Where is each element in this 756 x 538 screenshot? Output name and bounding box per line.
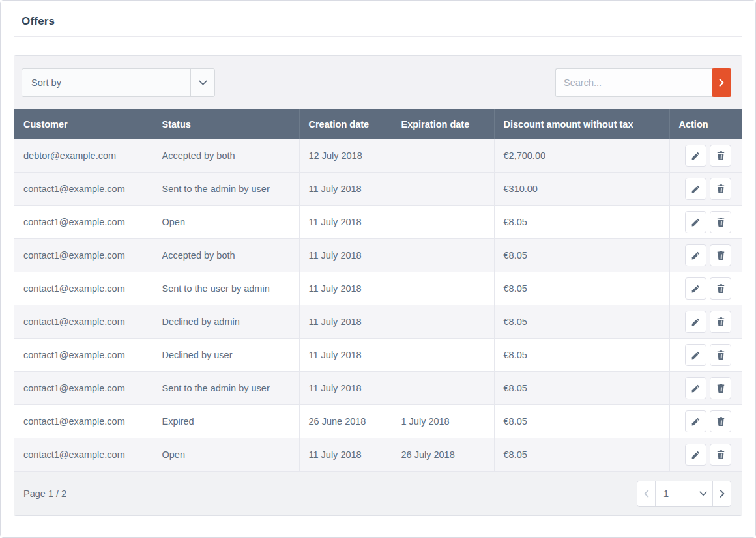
trash-icon: [717, 384, 725, 393]
expiration-date-cell: 1 July 2018: [392, 405, 494, 438]
table-row: contact1@example.com Sent to the user by…: [14, 272, 742, 305]
sort-by-select[interactable]: Sort by: [22, 68, 215, 97]
pencil-icon: [691, 251, 700, 260]
customer-cell: contact1@example.com: [14, 272, 153, 305]
action-cell: [669, 438, 742, 472]
table-row: contact1@example.com Declined by user 11…: [14, 339, 742, 372]
trash-icon: [717, 218, 725, 227]
table-row: contact1@example.com Declined by admin 1…: [14, 305, 742, 339]
edit-offer-button[interactable]: [685, 211, 706, 233]
creation-date-cell: 11 July 2018: [299, 305, 392, 339]
column-header-discount: Discount amount without tax: [494, 109, 669, 139]
edit-offer-button[interactable]: [685, 344, 706, 366]
delete-offer-button[interactable]: [710, 444, 731, 466]
delete-offer-button[interactable]: [710, 344, 731, 366]
toolbar: Sort by: [14, 56, 742, 109]
pencil-icon: [691, 451, 700, 459]
page-header: Offers: [14, 1, 742, 37]
status-cell: Accepted by both: [153, 239, 299, 272]
search-button[interactable]: [712, 68, 731, 97]
next-page-button[interactable]: [712, 481, 731, 506]
creation-date-cell: 11 July 2018: [299, 206, 392, 239]
delete-offer-button[interactable]: [710, 311, 731, 333]
prev-page-button[interactable]: [637, 481, 655, 506]
column-header-status: Status: [153, 109, 299, 139]
discount-cell: €8.05: [494, 239, 669, 272]
creation-date-cell: 12 July 2018: [299, 139, 392, 173]
creation-date-cell: 11 July 2018: [299, 239, 392, 272]
delete-offer-button[interactable]: [710, 145, 731, 167]
action-cell: [669, 339, 742, 372]
expiration-date-cell: 26 July 2018: [392, 438, 494, 472]
page-select-caret[interactable]: [693, 481, 712, 506]
trash-icon: [717, 350, 725, 360]
page-indicator: Page 1 / 2: [23, 488, 66, 499]
pencil-icon: [691, 285, 700, 293]
current-page-value: 1: [663, 488, 669, 499]
pencil-icon: [691, 152, 700, 160]
expiration-date-cell: [392, 305, 494, 339]
edit-offer-button[interactable]: [685, 444, 706, 466]
customer-cell: contact1@example.com: [14, 372, 153, 405]
table-row: contact1@example.com Open 11 July 2018 2…: [14, 438, 742, 472]
edit-offer-button[interactable]: [685, 244, 706, 266]
status-cell: Open: [153, 206, 299, 239]
column-header-creation-date: Creation date: [299, 109, 392, 139]
status-cell: Sent to the admin by user: [153, 173, 299, 206]
column-header-expiration-date: Expiration date: [392, 109, 494, 139]
status-cell: Declined by admin: [153, 305, 299, 339]
action-cell: [669, 206, 742, 239]
table-row: contact1@example.com Accepted by both 11…: [14, 239, 742, 272]
customer-cell: contact1@example.com: [14, 339, 153, 372]
delete-offer-button[interactable]: [710, 211, 731, 233]
creation-date-cell: 11 July 2018: [299, 272, 392, 305]
status-cell: Sent to the admin by user: [153, 372, 299, 405]
status-cell: Sent to the user by admin: [153, 272, 299, 305]
search-input[interactable]: [555, 68, 713, 97]
status-cell: Open: [153, 438, 299, 472]
discount-cell: €310.00: [494, 173, 669, 206]
action-cell: [669, 372, 742, 405]
chevron-right-icon: [719, 79, 724, 87]
creation-date-cell: 26 June 2018: [299, 405, 392, 438]
status-cell: Accepted by both: [153, 139, 299, 173]
offers-panel: Sort by Customer Status: [14, 55, 742, 516]
edit-offer-button[interactable]: [685, 277, 706, 300]
pencil-icon: [691, 318, 700, 326]
action-cell: [669, 305, 742, 339]
customer-cell: contact1@example.com: [14, 405, 153, 438]
creation-date-cell: 11 July 2018: [299, 372, 392, 405]
expiration-date-cell: [392, 239, 494, 272]
action-cell: [669, 173, 742, 206]
edit-offer-button[interactable]: [685, 311, 706, 333]
chevron-right-icon: [720, 490, 725, 498]
discount-cell: €8.05: [494, 339, 669, 372]
expiration-date-cell: [392, 139, 494, 173]
pencil-icon: [691, 418, 700, 426]
chevron-left-icon: [644, 490, 649, 498]
customer-cell: contact1@example.com: [14, 206, 153, 239]
delete-offer-button[interactable]: [710, 244, 731, 266]
expiration-date-cell: [392, 372, 494, 405]
delete-offer-button[interactable]: [710, 410, 731, 432]
expiration-date-cell: [392, 173, 494, 206]
creation-date-cell: 11 July 2018: [299, 339, 392, 372]
delete-offer-button[interactable]: [710, 277, 731, 300]
action-cell: [669, 239, 742, 272]
page-number-select[interactable]: 1: [655, 481, 693, 506]
edit-offer-button[interactable]: [685, 410, 706, 432]
status-cell: Expired: [153, 405, 299, 438]
action-cell: [669, 405, 742, 438]
discount-cell: €8.05: [494, 438, 669, 472]
expiration-date-cell: [392, 272, 494, 305]
trash-icon: [717, 184, 725, 193]
chevron-down-icon: [699, 491, 707, 496]
table-row: debtor@example.com Accepted by both 12 J…: [14, 139, 742, 173]
delete-offer-button[interactable]: [710, 178, 731, 200]
table-header-row: Customer Status Creation date Expiration…: [14, 109, 742, 139]
edit-offer-button[interactable]: [685, 178, 706, 200]
edit-offer-button[interactable]: [685, 145, 706, 167]
edit-offer-button[interactable]: [685, 377, 706, 399]
action-cell: [669, 272, 742, 305]
delete-offer-button[interactable]: [710, 377, 731, 399]
